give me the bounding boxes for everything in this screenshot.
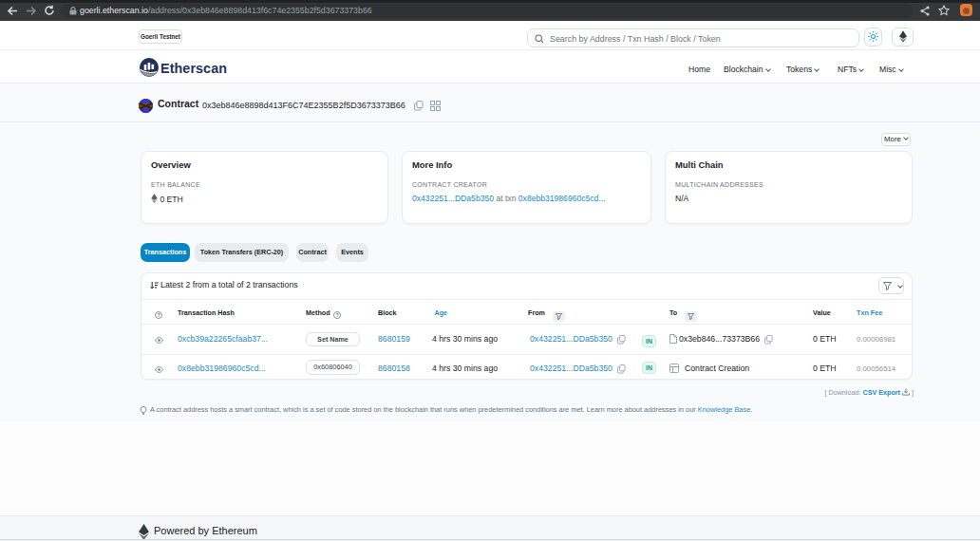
svg-text:?: ?	[335, 311, 338, 317]
svg-text:?: ?	[157, 311, 160, 317]
